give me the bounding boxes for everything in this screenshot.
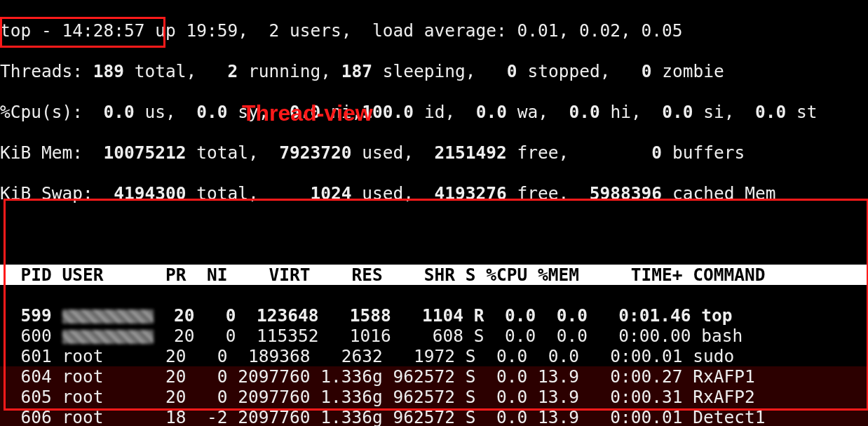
terminal-output: top - 14:28:57 up 19:59, 2 users, load a… bbox=[0, 0, 868, 426]
process-row: 599 20 0 123648 1588 1104 R 0.0 0.0 0:01… bbox=[0, 305, 868, 326]
process-row: 606 root 18 -2 2097760 1.336g 962572 S 0… bbox=[0, 407, 868, 426]
process-row: 600 20 0 115352 1016 608 S 0.0 0.0 0:00.… bbox=[0, 326, 868, 346]
process-row: 601 root 20 0 189368 2632 1972 S 0.0 0.0… bbox=[0, 346, 868, 366]
top-summary-cpu: %Cpu(s): 0.0 us, 0.0 sy, 0.0 ni,100.0 id… bbox=[0, 102, 868, 122]
top-summary-uptime: top - 14:28:57 up 19:59, 2 users, load a… bbox=[0, 20, 868, 41]
process-row: 605 root 20 0 2097760 1.336g 962572 S 0.… bbox=[0, 387, 868, 407]
top-summary-threads: Threads: 189 total, 2 running, 187 sleep… bbox=[0, 61, 868, 81]
blank-line bbox=[0, 224, 868, 244]
pixelated-username bbox=[62, 330, 154, 344]
process-row: 604 root 20 0 2097760 1.336g 962572 S 0.… bbox=[0, 366, 868, 387]
pixelated-username bbox=[62, 309, 154, 324]
columns-header: PID USER PR NI VIRT RES SHR S %CPU %MEM … bbox=[0, 265, 868, 285]
top-summary-mem: KiB Mem: 10075212 total, 7923720 used, 2… bbox=[0, 142, 868, 163]
top-summary-swap: KiB Swap: 4194300 total, 1024 used, 4193… bbox=[0, 183, 868, 204]
